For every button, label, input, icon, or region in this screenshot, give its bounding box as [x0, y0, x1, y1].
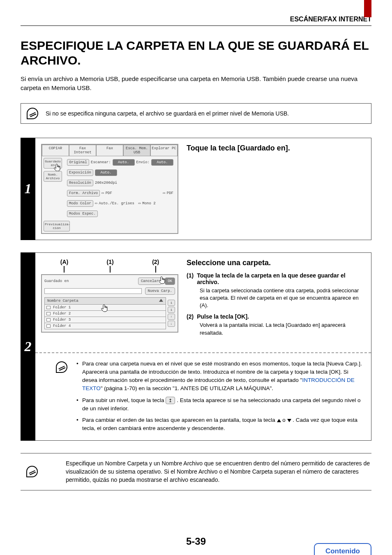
previsualizacion-button[interactable]: Previsualiza- ción [44, 221, 70, 231]
callout-row: (A) (1) (2) [41, 259, 178, 273]
tab-explorar-pc[interactable]: Explorar PC [150, 145, 178, 156]
running-header: ESCÁNER/FAX INTERNET [21, 0, 371, 26]
resolucion-button[interactable]: Resolución [67, 180, 93, 186]
scroll-down-button[interactable]: ↓ [168, 321, 175, 327]
note-bottom: Especifique un Nombre Carpeta y un Nombr… [21, 453, 371, 490]
folder-item-label: Folder 1 [53, 305, 71, 310]
pencil-icon [27, 108, 38, 119]
original-button[interactable]: Original [67, 159, 89, 166]
step-1: 1 COPIAR Fax Internet Fax Esca. Mem. USB… [21, 138, 371, 240]
form-archivo-button[interactable]: Form. Archivo [67, 190, 100, 197]
step1-title: Toque la tecla [Guardado en]. [187, 144, 365, 153]
step-number-col: 2 [21, 252, 35, 441]
new-folder-button[interactable]: Nueva Carp. [145, 287, 175, 295]
color-icon: ▭ [95, 201, 97, 206]
callout-1: (1) [107, 259, 114, 273]
callout-2: (2) [152, 259, 159, 273]
modo-color-button[interactable]: Modo Color [67, 200, 93, 207]
folder-icon [46, 306, 51, 309]
contents-button[interactable]: Contenido [314, 543, 371, 555]
tab-esca-mem-usb[interactable]: Esca. Mem. USB [123, 145, 150, 156]
note2-part-a: Para subir un nivel, toque la tecla [82, 397, 166, 403]
section-tab-marker [364, 0, 371, 17]
substep-1-text: Si la carpeta seleccionada contiene otra… [200, 287, 365, 310]
tab-fax[interactable]: Fax [96, 145, 123, 156]
lcd-panel-step2: Guardado en Cancelar OK Nueva Carp. Nomb… [41, 274, 178, 333]
tab-fax-internet[interactable]: Fax Internet [69, 145, 96, 156]
escanear-label: Escanear: [91, 160, 111, 164]
page-title: ESPECIFIQUE LA CARPETA EN LA QUE SE GUAR… [21, 38, 371, 68]
exposicion-value: Auto. [95, 169, 117, 176]
page-total: 1 [168, 307, 175, 313]
note-item-2: Para subir un nivel, toque la tecla ↥ . … [76, 396, 364, 413]
pdf-icon-2: ▭ [163, 191, 165, 195]
hand-cursor-icon [99, 304, 109, 314]
note-item-1: Para crear una carpeta nueva en el nivel… [76, 360, 364, 393]
path-field [44, 288, 142, 294]
modo-color-value2: Mono 2 [142, 201, 155, 206]
saved-in-label: Guardado en [44, 279, 69, 283]
step2-notes: Para crear una carpeta nueva en el nivel… [35, 353, 371, 440]
form-archivo-value: PDF [106, 191, 112, 195]
note-bottom-text: Especifique un Nombre Carpeta y un Nombr… [66, 460, 370, 483]
sort-asc-icon [159, 299, 163, 302]
tab-copiar[interactable]: COPIAR [42, 145, 69, 156]
folder-item-label: Folder 3 [53, 318, 71, 322]
note1-part-b: " (página 1-70) en la sección "1. ANTES … [101, 385, 273, 391]
mono-icon: ▭ [138, 201, 141, 206]
sort-desc-icon [287, 419, 291, 422]
substep-2-num: (2) [187, 313, 194, 320]
pencil-icon [26, 466, 38, 477]
note-top: Si no se especifica ninguna carpeta, el … [21, 103, 371, 124]
exposicion-button[interactable]: Exposición [67, 169, 93, 176]
substep-2-text: Volverá a la pantalla inicial. La tecla … [200, 321, 365, 336]
lead-paragraph: Si envía un archivo a Memoria USB, puede… [21, 74, 371, 92]
step2-title: Seleccione una carpeta. [187, 259, 365, 267]
form-archivo-value2: PDF [167, 191, 173, 195]
step-2: 2 (A) (1) (2) Guardado en Cancelar [21, 252, 371, 441]
scroll-controls: 1 1 ↑ ↓ [168, 300, 175, 327]
sort-asc-icon [277, 419, 281, 422]
note3-part-b: o [281, 417, 287, 423]
note-top-text: Si no se especifica ninguna carpeta, el … [46, 110, 289, 117]
up-level-icon: ↥ [166, 397, 175, 404]
step-number: 1 [25, 181, 32, 197]
folder-item[interactable]: Folder 3 [44, 317, 166, 323]
note3-part-a: Para cambiar el orden de las teclas que … [82, 417, 277, 423]
envio-value: Auto. [151, 159, 173, 166]
folder-item-label: Folder 2 [53, 312, 71, 316]
lcd-panel-step1: COPIAR Fax Internet Fax Esca. Mem. USB E… [41, 144, 178, 234]
escanear-value: Auto. [113, 159, 135, 166]
resolucion-value: 200x200dpi [95, 181, 117, 185]
modos-espec-button[interactable]: Modos Espec. [67, 210, 98, 217]
folder-icon [46, 318, 51, 321]
folder-list-header-label: Nombre Carpeta [47, 299, 78, 303]
callout-a: (A) [60, 259, 68, 273]
folder-item[interactable]: Folder 4 [44, 323, 166, 329]
pencil-icon [56, 361, 67, 373]
step-number: 2 [25, 339, 32, 354]
envio-label: Envío: [136, 160, 150, 164]
guardado-en-button[interactable]: Guardado en [44, 158, 62, 169]
substep-2-head: Pulse la tecla [OK]. [197, 313, 249, 320]
page-indicator: 1 [168, 300, 175, 306]
modo-color-value: Auto./Es. grises [99, 201, 134, 206]
pdf-icon: ▭ [101, 191, 104, 195]
substep-1-num: (1) [187, 272, 194, 285]
folder-icon [46, 312, 51, 315]
scroll-up-button[interactable]: ↑ [168, 314, 175, 320]
step-number-col: 1 [21, 138, 35, 240]
note-item-3: Para cambiar el orden de las teclas que … [76, 416, 364, 433]
hand-cursor-icon [157, 276, 167, 286]
folder-item-label: Folder 4 [53, 324, 71, 328]
nomb-archivo-button[interactable]: Nomb. Archivo [44, 171, 62, 182]
folder-icon [46, 324, 51, 328]
substep-1-head: Toque la tecla de la carpeta en la que d… [197, 272, 365, 285]
